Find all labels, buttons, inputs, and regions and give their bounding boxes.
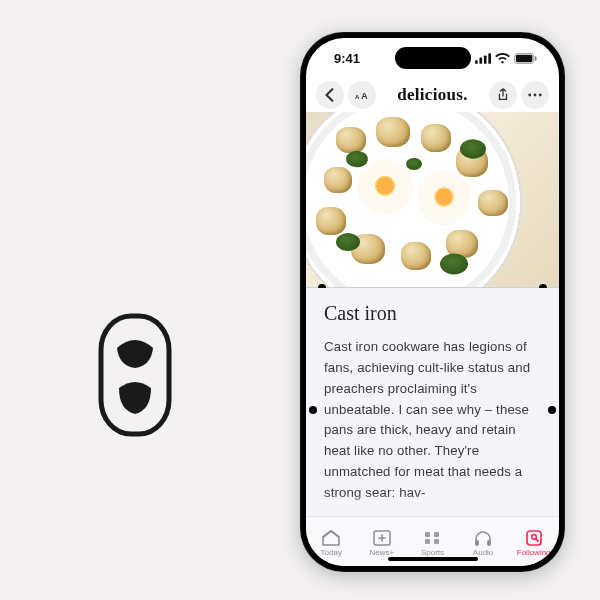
nav-bar: AA delicious. (306, 78, 559, 112)
svg-rect-17 (434, 539, 439, 544)
svg-rect-3 (484, 55, 487, 63)
svg-rect-19 (487, 540, 491, 546)
article-hero-image (306, 112, 559, 288)
svg-rect-6 (516, 54, 533, 61)
svg-point-11 (534, 94, 537, 97)
article-paragraph: Cast iron cookware has legions of fans, … (324, 337, 541, 504)
svg-rect-7 (535, 56, 537, 61)
text-size-button[interactable]: AA (348, 81, 376, 109)
wifi-icon (495, 53, 510, 64)
iphone-frame: 9:41 AA delicious. (300, 32, 565, 572)
article-body[interactable]: Cast iron Cast iron cookware has legions… (306, 288, 559, 516)
battery-icon (514, 53, 537, 64)
svg-rect-16 (425, 539, 430, 544)
headphones-icon (473, 529, 493, 547)
svg-point-10 (528, 94, 531, 97)
svg-rect-4 (488, 53, 491, 64)
newsplus-icon (372, 529, 392, 547)
svg-rect-15 (434, 532, 439, 537)
tab-audio[interactable]: Audio (458, 529, 509, 557)
svg-rect-0 (101, 316, 169, 434)
svg-rect-14 (425, 532, 430, 537)
svg-rect-20 (527, 531, 541, 545)
svg-rect-1 (475, 60, 478, 64)
more-button[interactable] (521, 81, 549, 109)
tab-following[interactable]: Following (508, 529, 559, 557)
news-icon (321, 529, 341, 547)
screen: 9:41 AA delicious. (306, 38, 559, 566)
following-icon (524, 529, 544, 547)
svg-point-12 (539, 94, 542, 97)
svg-text:A: A (355, 93, 360, 100)
tab-newsplus[interactable]: News+ (357, 529, 408, 557)
share-button[interactable] (489, 81, 517, 109)
home-indicator[interactable] (388, 557, 478, 561)
sports-icon (422, 529, 442, 547)
car-icon (95, 310, 175, 444)
svg-text:A: A (361, 91, 368, 101)
tab-sports[interactable]: Sports (407, 529, 458, 557)
svg-rect-18 (475, 540, 479, 546)
tab-today[interactable]: Today (306, 529, 357, 557)
status-time: 9:41 (334, 51, 360, 66)
article-headline: Cast iron (324, 302, 541, 325)
back-button[interactable] (316, 81, 344, 109)
dynamic-island (395, 47, 471, 69)
signal-icon (475, 53, 491, 64)
svg-rect-2 (479, 57, 482, 63)
